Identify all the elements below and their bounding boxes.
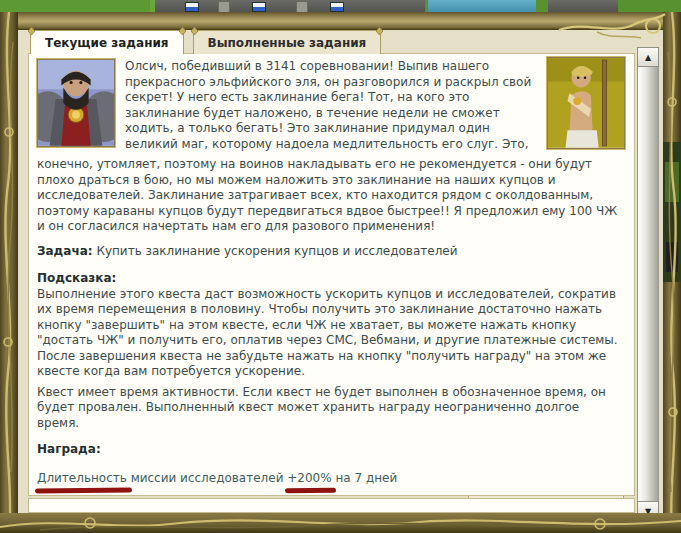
quest-description: конечно, утомляет, поэтому на воинов нак… xyxy=(37,157,625,235)
scroll-track[interactable] xyxy=(637,67,659,501)
reward-duration-word: Длительность xyxy=(37,471,127,487)
elf-portrait xyxy=(547,57,625,149)
map-cart-icon xyxy=(330,2,344,12)
next-quest-panel[interactable] xyxy=(28,498,635,513)
map-cart-icon xyxy=(185,2,199,12)
tab-ornament-icon xyxy=(179,27,186,35)
task-line: Задача: Купить заклинание ускорения купц… xyxy=(37,244,625,260)
reward-suffix: на 7 дней xyxy=(335,471,397,485)
hint-paragraph-1: Выполнение этого квеста даст возможность… xyxy=(37,287,625,380)
game-screen: Текущие задания Выполненные задания xyxy=(0,0,681,533)
task-label: Задача: xyxy=(37,244,93,258)
up-arrow-icon: ▲ xyxy=(645,53,651,62)
tab-current-tasks[interactable]: Текущие задания xyxy=(30,30,184,54)
dwarf-portrait xyxy=(37,59,115,147)
tab-label: Текущие задания xyxy=(45,36,169,50)
map-cart-icon xyxy=(252,2,266,12)
quest-panel: Олсич, победивший в 3141 соревновании! В… xyxy=(28,53,635,496)
tab-completed-tasks[interactable]: Выполненные задания xyxy=(193,30,382,54)
vine-ornament-icon xyxy=(0,12,18,533)
frame-left xyxy=(0,12,18,533)
vine-ornament-icon xyxy=(0,513,681,533)
vine-ornament-icon xyxy=(663,12,681,533)
hint-paragraph-2: Квест имеет время активности. Если квест… xyxy=(37,385,625,432)
frame-right xyxy=(663,12,681,533)
reward-bonus-value: +200% xyxy=(287,471,331,487)
scroll-up-button[interactable]: ▲ xyxy=(637,47,659,67)
frame-bottom xyxy=(0,513,681,533)
scrollbar: ▲ ▼ xyxy=(637,47,659,521)
task-text: Купить заклинание ускорения купцов и исс… xyxy=(96,244,457,258)
reward-label: Награда: xyxy=(37,442,625,458)
tab-ornament-icon xyxy=(28,27,35,35)
tab-ornament-icon xyxy=(376,27,383,35)
reward-row-explorers: Длительность миссии исследователей +200%… xyxy=(37,471,625,487)
tab-label: Выполненные задания xyxy=(208,36,367,50)
reward-mission-text: миссии исследователей xyxy=(131,471,284,485)
vine-ornament-icon xyxy=(557,10,667,44)
tab-ornament-icon xyxy=(191,27,198,35)
hint-label: Подсказка: xyxy=(37,271,625,287)
quest-intro-text: Олсич, победивший в 3141 соревновании! В… xyxy=(125,57,541,152)
quest-intro-row: Олсич, победивший в 3141 соревновании! В… xyxy=(37,57,625,152)
tab-bar: Текущие задания Выполненные задания xyxy=(30,30,381,54)
